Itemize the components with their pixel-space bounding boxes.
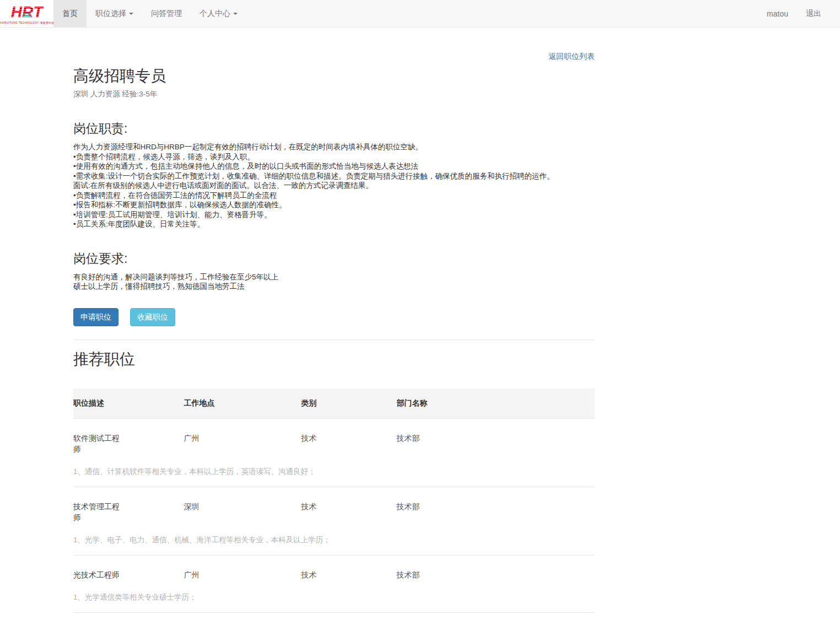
responsibility-line: •使用有效的沟通方式，包括主动地保持他人的信息，及时的以口头或书面的形式恰当地与… (73, 161, 595, 171)
job-row-group: 渠道经理 深圳 销售 销售部 业务技能要求: (73, 613, 595, 620)
back-link-row: 返回职位列表 (73, 28, 595, 62)
top-navbar: HRT HAIRUITONG TECHNOLOGY 海瑞通科技 首页 职位选择 … (0, 0, 840, 28)
job-meta: 深圳 人力资源 经验:3-5年 (73, 89, 595, 99)
nav-item-home[interactable]: 首页 (53, 0, 87, 27)
column-header-department: 部门名称 (397, 389, 595, 419)
responsibilities-text: 作为人力资源经理和HRD与HRBP一起制定有效的招聘行动计划，在既定的时间表内填… (73, 142, 595, 229)
job-note-row: 1、光学、电子、电力、通信、机械、海洋工程等相关专业，本科及以上学历； (73, 533, 595, 556)
hrt-logo-text: HRT (11, 4, 43, 20)
back-to-job-list-link[interactable]: 返回职位列表 (548, 52, 595, 61)
job-note-row: 1、光学通信类等相关专业硕士学历； (73, 590, 595, 613)
responsibility-line: •需求收集:设计一个切合实际的工作预览计划，收集准确、详细的职位信息和描述。负责… (73, 171, 595, 181)
responsibility-line: •负责整个招聘流程，候选人寻源，筛选，谈判及入职。 (73, 152, 595, 162)
job-category-cell: 技术 (301, 419, 396, 465)
chevron-down-icon (233, 13, 238, 15)
job-department-cell: 技术部 (397, 419, 595, 465)
job-row-group: 光技术工程师 广州 技术 技术部 1、光学通信类等相关专业硕士学历； (73, 556, 595, 613)
responsibility-line: •培训管理:员工试用期管理、培训计划、能力、资格晋升等。 (73, 210, 595, 220)
responsibility-line: 面试:在所有级别的候选人中进行电话或面对面的面试。以合法、一致的方式记录调查结果… (73, 181, 595, 191)
table-row[interactable]: 渠道经理 深圳 销售 销售部 (73, 613, 595, 620)
job-department-cell: 技术部 (397, 487, 595, 533)
table-header-row: 职位描述 工作地点 类别 部门名称 (73, 389, 595, 419)
username-label: matou (767, 9, 788, 18)
column-header-category: 类别 (301, 389, 396, 419)
recommended-jobs-heading: 推荐职位 (73, 349, 595, 369)
job-location-cell: 广州 (184, 556, 301, 591)
responsibility-line: •负责解聘流程，在符合德国劳工法的情况下解聘员工的全流程 (73, 191, 595, 201)
nav-item-personal-center[interactable]: 个人中心 (191, 0, 246, 27)
logo-letter-h: H (11, 3, 22, 20)
page-title: 高级招聘专员 (73, 67, 595, 85)
nav-item-qa-management-label: 问答管理 (151, 9, 182, 19)
column-header-location: 工作地点 (184, 389, 301, 419)
nav-item-personal-center-label: 个人中心 (200, 9, 230, 19)
job-department-cell: 销售部 (397, 613, 595, 620)
nav-item-home-label: 首页 (62, 9, 78, 19)
job-category-cell: 销售 (301, 613, 396, 620)
job-location-cell: 深圳 (184, 487, 301, 533)
job-title-text: 光技术工程师 (73, 569, 120, 580)
requirement-line: 硕士以上学历，懂得招聘技巧，熟知德国当地劳工法 (73, 282, 595, 292)
main-content: 返回职位列表 高级招聘专员 深圳 人力资源 经验:3-5年 岗位职责: 作为人力… (73, 28, 595, 620)
responsibility-line: •报告和指标:不断更新招聘数据库，以确保候选人数据的准确性。 (73, 200, 595, 210)
logo-letter-t: T (33, 3, 42, 20)
job-row-group: 技术管理工程师 深圳 技术 技术部 1、光学、电子、电力、通信、机械、海洋工程等… (73, 487, 595, 556)
section-divider (73, 339, 595, 340)
action-buttons-row: 申请职位 收藏职位 (73, 308, 595, 327)
job-location-cell: 深圳 (184, 613, 301, 620)
logout-link[interactable]: 退出 (797, 0, 830, 27)
job-title-cell: 技术管理工程师 (73, 487, 184, 533)
nav-item-job-select-label: 职位选择 (95, 9, 126, 19)
requirements-heading: 岗位要求: (73, 250, 595, 267)
job-location-cell: 广州 (184, 419, 301, 465)
requirement-line: 有良好的沟通，解决问题谈判等技巧，工作经验在至少5年以上 (73, 272, 595, 282)
job-row-group: 软件测试工程师 广州 技术 技术部 1、通信、计算机软件等相关专业，本科以上学历… (73, 419, 595, 487)
nav-menu: 首页 职位选择 问答管理 个人中心 (53, 0, 246, 27)
logo-tagline: HAIRUITONG TECHNOLOGY 海瑞通科技 (0, 21, 54, 24)
logo[interactable]: HRT HAIRUITONG TECHNOLOGY 海瑞通科技 (0, 0, 53, 27)
username-link[interactable]: matou (758, 0, 797, 27)
logout-label: 退出 (806, 9, 821, 19)
chevron-down-icon (129, 13, 133, 15)
job-title-cell: 渠道经理 (73, 613, 184, 620)
job-note-row: 1、通信、计算机软件等相关专业，本科以上学历，英语读写、沟通良好； (73, 465, 595, 487)
nav-item-qa-management[interactable]: 问答管理 (142, 0, 191, 27)
job-note-text: 1、光学、电子、电力、通信、机械、海洋工程等相关专业，本科及以上学历； (73, 533, 595, 556)
table-row[interactable]: 光技术工程师 广州 技术 技术部 (73, 556, 595, 591)
job-note-text: 1、光学通信类等相关专业硕士学历； (73, 590, 595, 613)
apply-job-button[interactable]: 申请职位 (73, 308, 119, 327)
job-department-cell: 技术部 (397, 556, 595, 591)
logo-letter-r: R (22, 3, 33, 20)
job-title-text: 技术管理工程师 (73, 501, 123, 523)
favorite-job-button[interactable]: 收藏职位 (130, 308, 175, 327)
recommended-jobs-table: 职位描述 工作地点 类别 部门名称 软件测试工程师 广州 技术 技术部 1、通信… (73, 389, 595, 620)
job-title-cell: 光技术工程师 (73, 556, 184, 591)
nav-right-section: matou 退出 (758, 0, 840, 27)
job-note-text: 1、通信、计算机软件等相关专业，本科以上学历，英语读写、沟通良好； (73, 465, 595, 487)
job-category-cell: 技术 (301, 487, 396, 533)
table-row[interactable]: 技术管理工程师 深圳 技术 技术部 (73, 487, 595, 533)
nav-item-job-select[interactable]: 职位选择 (87, 0, 142, 27)
requirements-text: 有良好的沟通，解决问题谈判等技巧，工作经验在至少5年以上 硕士以上学历，懂得招聘… (73, 272, 595, 292)
table-row[interactable]: 软件测试工程师 广州 技术 技术部 (73, 419, 595, 465)
responsibilities-heading: 岗位职责: (73, 120, 595, 137)
responsibility-line: 作为人力资源经理和HRD与HRBP一起制定有效的招聘行动计划，在既定的时间表内填… (73, 142, 595, 152)
column-header-job-description: 职位描述 (73, 389, 184, 419)
job-title-text: 软件测试工程师 (73, 433, 123, 455)
job-category-cell: 技术 (301, 556, 396, 591)
responsibility-line: •员工关系:年度团队建设、日常关注等。 (73, 219, 595, 229)
job-title-cell: 软件测试工程师 (73, 419, 184, 465)
